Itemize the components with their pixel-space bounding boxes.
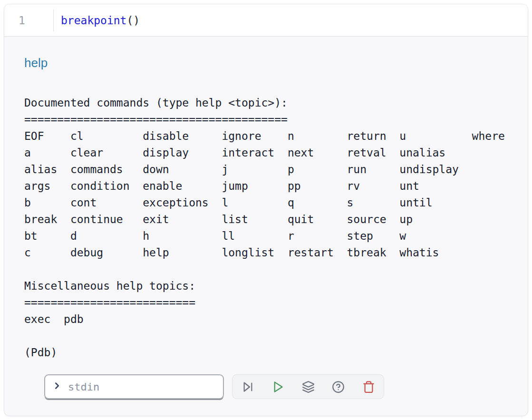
echoed-command: help — [24, 55, 528, 71]
play-icon — [271, 381, 284, 393]
code-editor-row: 1 breakpoint() — [4, 4, 528, 37]
step-next-button[interactable] — [239, 378, 256, 395]
code-punctuation: () — [126, 14, 140, 27]
continue-button[interactable] — [270, 378, 287, 395]
code-line[interactable]: breakpoint() — [54, 14, 140, 27]
trash-icon — [362, 381, 375, 393]
code-keyword: breakpoint — [61, 14, 126, 27]
debugger-cell: 1 breakpoint() help Documented commands … — [4, 4, 528, 416]
help-button[interactable] — [330, 378, 347, 395]
stdin-box[interactable] — [44, 374, 224, 399]
console-output: help Documented commands (type help <top… — [4, 37, 528, 399]
stdin-input[interactable] — [67, 381, 217, 393]
io-row — [44, 374, 528, 399]
circle-help-icon — [332, 381, 345, 393]
line-number: 1 — [19, 14, 25, 27]
debug-toolbar — [232, 374, 384, 399]
skip-forward-icon — [242, 381, 254, 393]
stack-button[interactable] — [300, 378, 317, 395]
clear-button[interactable] — [360, 378, 377, 395]
layers-icon — [302, 381, 315, 393]
chevron-right-icon — [52, 381, 62, 393]
line-number-gutter: 1 — [4, 4, 53, 36]
pdb-output: Documented commands (type help <topic>):… — [24, 95, 528, 361]
